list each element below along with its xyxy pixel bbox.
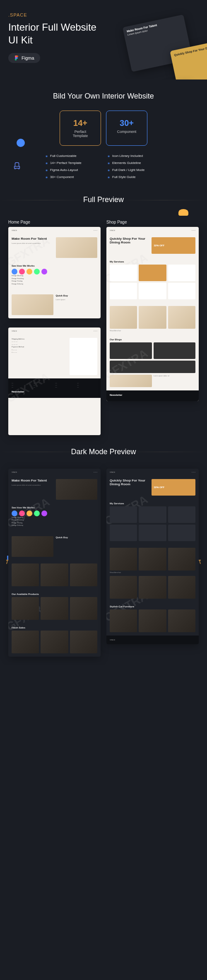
divider: Dark Mode Preview <box>0 443 207 460</box>
figma-icon <box>14 55 19 60</box>
stat-row: 14+ Perfact Template 30+ Component <box>10 111 197 146</box>
hero-section: .SPACE Interior Full Website UI Kit Figm… <box>0 0 207 79</box>
product-title: Interior Full Website UI Kit <box>8 21 99 46</box>
feature-item: Elements Guideline <box>108 161 161 165</box>
divider: Full Preview <box>0 191 207 208</box>
mock-shop-dark[interactable]: GFXTRA GFXTRA SPACE• • • • Quickly Shop … <box>106 469 199 644</box>
dark-preview-grid: GFXTRA GFXTRA SPACE• • • • Make Room For… <box>0 460 207 665</box>
feature-item: Full Customizable <box>46 154 99 158</box>
stat-number: 14+ <box>67 118 94 128</box>
preview-label-shop: Shop Page <box>106 220 199 224</box>
feature-item: Full Style Guide <box>108 175 161 179</box>
dark-preview-heading: Dark Mode Preview <box>71 448 136 456</box>
globe-icon <box>17 139 25 147</box>
figma-badge[interactable]: Figma <box>8 53 40 63</box>
figma-label: Figma <box>22 55 34 60</box>
feature-item: 30+ Component <box>46 175 99 179</box>
svg-line-8 <box>200 561 200 564</box>
mock-home-dark[interactable]: GFXTRA GFXTRA SPACE• • • • Make Room For… <box>8 469 101 657</box>
stat-components: 30+ Component <box>106 111 147 146</box>
svg-line-3 <box>7 561 7 564</box>
build-section: Bild Your Own Interior Website 14+ Perfa… <box>0 79 207 191</box>
mock-payment-light[interactable]: GFXTRA SPACE• • • • Shipping Address— — … <box>8 327 101 435</box>
chair-icon <box>12 161 22 171</box>
build-heading: Bild Your Own Interior Website <box>10 92 197 101</box>
stat-number: 30+ <box>113 118 140 128</box>
feature-list: Full Customizable Icon Library Included … <box>46 154 161 179</box>
mock-shop-light[interactable]: GFXTRA GFXTRA SPACE• • • • Quickly Shop … <box>106 227 199 401</box>
stat-templates: 14+ Perfact Template <box>60 111 101 146</box>
brand-label: .SPACE <box>8 12 199 17</box>
stat-label: Perfact Template <box>67 130 94 138</box>
preview-label-home: Home Page <box>8 220 101 224</box>
full-preview-heading: Full Preview <box>83 195 124 204</box>
light-preview-grid: Home Page GFXTRA SPACE• • • • Make Room … <box>0 208 207 443</box>
svg-point-0 <box>17 58 18 59</box>
feature-item: Full Dark / Light Mode <box>108 168 161 172</box>
mock-home-light[interactable]: GFXTRA SPACE• • • • Make Room For Talent… <box>8 227 101 318</box>
feature-item: Figma Auto-Layout <box>46 168 99 172</box>
stat-label: Component <box>113 130 140 134</box>
feature-item: 14+ Perfact Template <box>46 161 99 165</box>
ufo-icon <box>178 209 188 216</box>
feature-item: Icon Library Included <box>108 154 161 158</box>
